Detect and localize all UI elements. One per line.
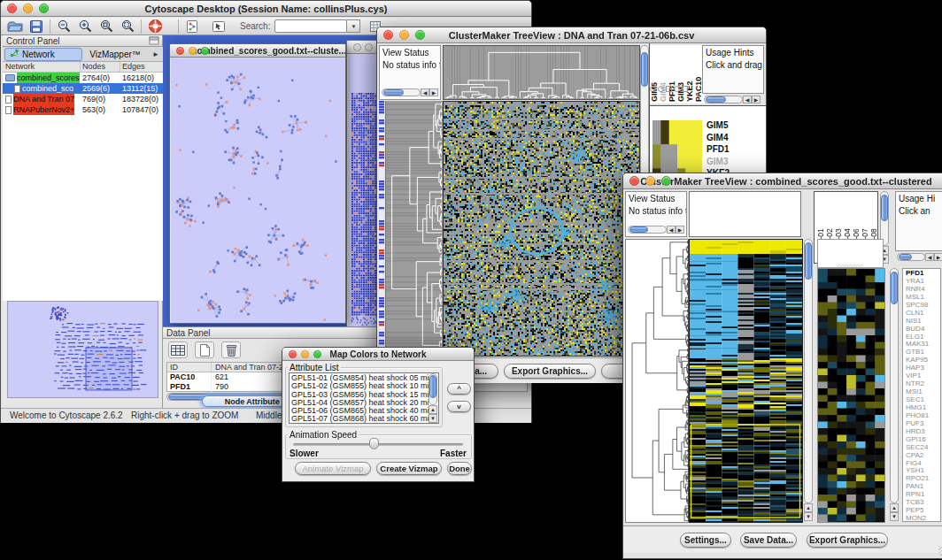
attribute-listbox[interactable]: GPL51-01 (GSM854) heat shock 05 minGPL51… bbox=[289, 372, 439, 424]
tab-network[interactable]: Network bbox=[4, 48, 82, 61]
hscrollbar-thumb[interactable] bbox=[706, 96, 726, 103]
button-settings-[interactable]: Settings... bbox=[680, 533, 731, 548]
gene-label[interactable]: CPA2 bbox=[906, 452, 940, 460]
row-dendrogram-canvas[interactable] bbox=[626, 240, 689, 522]
flip-tool-icon[interactable] bbox=[666, 86, 672, 92]
table-row[interactable]: combined_sco2569(6)13112(15) bbox=[3, 83, 163, 94]
gene-label[interactable]: PHO81 bbox=[906, 412, 940, 420]
minimize-icon[interactable] bbox=[301, 350, 309, 358]
attribute-item[interactable]: GPL51-07 (GSM868) heat shock 60 min bbox=[290, 415, 429, 423]
hscrollbar-thumb[interactable] bbox=[899, 254, 912, 260]
minimize-icon[interactable] bbox=[365, 43, 373, 51]
dialog-titlebar[interactable]: Map Colors to Network bbox=[282, 348, 474, 361]
gene-label[interactable]: FIG4 bbox=[906, 460, 940, 468]
zoom-tool-icon[interactable] bbox=[650, 86, 656, 92]
gene-label[interactable]: PAN1 bbox=[906, 483, 940, 491]
zoom-fit-icon[interactable] bbox=[96, 18, 117, 35]
zoom-out-icon[interactable] bbox=[53, 18, 74, 35]
scroll-up-icon[interactable]: ▲ bbox=[429, 405, 437, 414]
vizmap-apply-icon[interactable] bbox=[181, 18, 203, 35]
annotation-select-icon[interactable] bbox=[208, 18, 229, 35]
hscrollbar-track[interactable] bbox=[382, 88, 421, 96]
close-icon[interactable] bbox=[629, 176, 639, 186]
zoom-in-icon[interactable] bbox=[74, 18, 96, 35]
scroll-down-icon[interactable]: ▼ bbox=[804, 512, 813, 521]
button-create-vizmap[interactable]: Create Vizmap bbox=[376, 462, 442, 475]
zoom-icon[interactable] bbox=[661, 176, 671, 186]
gene-label[interactable]: YSH1 bbox=[906, 467, 940, 475]
vscrollbar-track[interactable] bbox=[429, 373, 437, 405]
button-done[interactable]: Done bbox=[447, 462, 472, 475]
gene-label[interactable]: KAP95 bbox=[906, 357, 940, 364]
table-row[interactable]: RNAPuberNov2+563(0)107847(0) bbox=[3, 104, 163, 115]
move-attribute-up-button[interactable]: ^ bbox=[447, 383, 471, 395]
scroll-left-icon[interactable]: ◀ bbox=[743, 96, 752, 104]
close-icon[interactable] bbox=[383, 30, 393, 40]
hscrollbar-track[interactable] bbox=[704, 96, 743, 104]
scroll-right-icon[interactable]: ▶ bbox=[752, 96, 761, 104]
vscrollbar-thumb[interactable] bbox=[641, 52, 648, 87]
vscrollbar-thumb[interactable] bbox=[881, 195, 888, 221]
column-dendrogram-area[interactable] bbox=[689, 191, 801, 237]
tab-vizmapper[interactable]: VizMapper™ bbox=[82, 50, 148, 59]
scroll-left-icon[interactable]: ◀ bbox=[925, 253, 934, 261]
cytoscape-titlebar[interactable]: Cytoscape Desktop (Session Name: collins… bbox=[1, 1, 531, 17]
gene-label[interactable]: PEP5 bbox=[906, 507, 940, 515]
button-export-graphics-[interactable]: Export Graphics... bbox=[504, 364, 596, 379]
attribute-item[interactable]: GPL51-02 (GSM855) heat shock 10 min bbox=[290, 382, 429, 390]
scroll-right-icon[interactable]: ▶ bbox=[676, 226, 684, 234]
gene-label[interactable]: CLN1 bbox=[906, 310, 940, 318]
row-selection-canvas[interactable] bbox=[379, 101, 384, 355]
gene-label[interactable]: VIP1 bbox=[906, 372, 940, 380]
minimize-icon[interactable] bbox=[399, 30, 409, 40]
row-label[interactable]: GIM3 bbox=[706, 156, 763, 168]
hscrollbar-track[interactable] bbox=[897, 253, 925, 261]
col-edges[interactable]: Edges bbox=[120, 62, 163, 72]
search-input[interactable] bbox=[274, 19, 347, 33]
button-export-graphics-[interactable]: Export Graphics... bbox=[807, 533, 888, 548]
tab-overflow-icon[interactable]: ► bbox=[152, 50, 159, 58]
close-icon[interactable] bbox=[7, 4, 17, 13]
gene-label[interactable]: GTB1 bbox=[906, 349, 940, 357]
scroll-down-icon[interactable]: ▼ bbox=[890, 512, 899, 521]
treeview-dna-titlebar[interactable]: ClusterMaker TreeView : DNA and Tran 07-… bbox=[377, 27, 766, 43]
gene-label[interactable]: NTR2 bbox=[906, 380, 940, 388]
search-dropdown-button[interactable]: ▼ bbox=[347, 19, 360, 33]
gene-label[interactable]: SPC98 bbox=[906, 302, 940, 310]
select-attributes-icon[interactable] bbox=[168, 341, 188, 358]
vscrollbar-thumb[interactable] bbox=[891, 272, 898, 304]
gene-label[interactable]: RNR4 bbox=[906, 286, 940, 294]
scroll-left-icon[interactable]: ◀ bbox=[421, 88, 429, 96]
close-icon[interactable] bbox=[353, 43, 361, 51]
minimize-icon[interactable] bbox=[189, 47, 197, 55]
gene-label[interactable]: MSL1 bbox=[906, 294, 940, 302]
gene-label[interactable]: BUD4 bbox=[906, 326, 940, 334]
close-icon[interactable] bbox=[176, 47, 184, 55]
heatmap-canvas[interactable] bbox=[690, 240, 802, 522]
slider-thumb[interactable] bbox=[369, 438, 379, 449]
col-network[interactable]: Network bbox=[3, 62, 81, 72]
window-network-view[interactable]: combined_scores_good.txt--cluste... bbox=[169, 43, 346, 324]
row-label[interactable]: GIM5 bbox=[706, 119, 763, 132]
scroll-down-icon[interactable]: ▼ bbox=[429, 414, 437, 423]
scroll-left-icon[interactable]: ◀ bbox=[667, 226, 676, 234]
gene-label[interactable]: HMG1 bbox=[906, 404, 940, 412]
delete-attribute-icon[interactable] bbox=[221, 341, 241, 358]
new-attribute-icon[interactable] bbox=[195, 341, 214, 358]
gene-label[interactable]: PUF3 bbox=[906, 420, 940, 428]
vscrollbar-track[interactable] bbox=[880, 191, 889, 246]
zoom-tool-icon[interactable] bbox=[674, 86, 680, 92]
vscrollbar-track[interactable] bbox=[804, 239, 813, 503]
hscrollbar-thumb[interactable] bbox=[383, 89, 404, 96]
tree-tool-icon[interactable] bbox=[682, 86, 688, 92]
table-row[interactable]: DNA and Tran 07769(0)183728(0) bbox=[3, 94, 163, 104]
gene-label[interactable]: MAK31 bbox=[906, 341, 940, 349]
attribute-item[interactable]: GPL51-03 (GSM856) heat shock 15 min bbox=[290, 391, 429, 399]
gene-label[interactable]: RPN1 bbox=[906, 491, 940, 499]
button-save-data-[interactable]: Save Data... bbox=[740, 533, 797, 548]
attribute-item[interactable]: GPL51-04 (GSM857) heat shock 20 min bbox=[290, 399, 429, 407]
zoom-icon[interactable] bbox=[313, 350, 321, 358]
save-icon[interactable] bbox=[26, 18, 47, 35]
gene-label[interactable]: PFD1 bbox=[906, 270, 940, 278]
data-col-id[interactable]: ID bbox=[167, 363, 212, 372]
